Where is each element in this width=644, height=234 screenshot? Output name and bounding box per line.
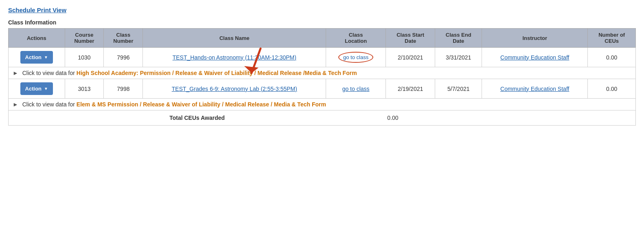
instructor-cell-1: Community Education Staff [482, 48, 588, 67]
notice-link-2[interactable]: Elem & MS Permission / Release & Waiver … [77, 101, 326, 108]
class-location-cell-1: go to class [326, 48, 386, 67]
col-header-class-location: ClassLocation [326, 29, 386, 48]
class-name-cell-2: TEST_Grades 6-9: Astronomy Lab (2:55-3:5… [143, 79, 326, 99]
action-button-1[interactable]: Action ▼ [20, 51, 53, 64]
class-end-cell-2: 5/7/2021 [435, 79, 482, 99]
table-row: Action ▼ 1030 7996 TEST_Hands-on Astrono… [9, 48, 636, 67]
notice-arrow-icon-1: ► [13, 70, 18, 76]
class-start-cell-1: 2/10/2021 [386, 48, 435, 67]
class-name-link-2[interactable]: TEST_Grades 6-9: Astronomy Lab (2:55-3:5… [172, 86, 297, 92]
class-end-cell-1: 3/31/2021 [435, 48, 482, 67]
col-header-instructor: Instructor [482, 29, 588, 48]
col-header-class-start: Class StartDate [386, 29, 435, 48]
notice-text-1: Click to view data for [22, 70, 77, 76]
class-information-table: Actions CourseNumber ClassNumber Class N… [8, 28, 636, 126]
table-row-2: Action ▼ 3013 7998 TEST_Grades 6-9: Astr… [9, 79, 636, 99]
action-dropdown-icon-1: ▼ [44, 55, 48, 60]
notice-text-2: Click to view data for [22, 101, 77, 108]
class-name-cell-1: TEST_Hands-on Astronomy (11:30AM-12:30PM… [143, 48, 326, 67]
ceus-cell-2: 0.00 [588, 79, 636, 99]
total-ceus-value: 0.00 [387, 115, 398, 121]
class-number-cell-2: 7998 [104, 79, 143, 99]
ceus-cell-1: 0.00 [588, 48, 636, 67]
class-number-cell-1: 7996 [104, 48, 143, 67]
notice-row-2: ► Click to view data for Elem & MS Permi… [9, 99, 636, 110]
go-to-class-link-2[interactable]: go to class [342, 86, 370, 92]
total-ceus-label: Total CEUs Awarded [169, 115, 225, 121]
action-button-1-label: Action [25, 54, 42, 60]
col-header-class-name: Class Name [143, 29, 326, 48]
notice-row-1: ► Click to view data for High School Aca… [9, 67, 636, 79]
col-header-class-number: ClassNumber [104, 29, 143, 48]
course-number-cell-2: 3013 [65, 79, 104, 99]
instructor-link-1[interactable]: Community Education Staff [500, 54, 569, 61]
action-cell-2: Action ▼ [9, 79, 65, 99]
go-to-class-link-1[interactable]: go to class [338, 52, 373, 63]
notice-link-1[interactable]: High School Academy: Permission / Releas… [77, 70, 357, 76]
class-location-cell-2: go to class [326, 79, 386, 99]
class-name-link-1[interactable]: TEST_Hands-on Astronomy (11:30AM-12:30PM… [173, 54, 296, 61]
col-header-course-number: CourseNumber [65, 29, 104, 48]
course-number-cell-1: 1030 [65, 48, 104, 67]
notice-cell-2: ► Click to view data for Elem & MS Permi… [9, 99, 636, 110]
col-header-ceus: Number ofCEUs [588, 29, 636, 48]
action-button-2-label: Action [25, 86, 42, 92]
action-button-2[interactable]: Action ▼ [20, 82, 53, 95]
total-row: Total CEUs Awarded 0.00 [9, 110, 636, 126]
schedule-print-view-link[interactable]: Schedule Print View [8, 7, 66, 13]
notice-cell-1: ► Click to view data for High School Aca… [9, 67, 636, 79]
instructor-link-2[interactable]: Community Education Staff [500, 86, 569, 92]
instructor-cell-2: Community Education Staff [482, 79, 588, 99]
col-header-class-end: Class EndDate [435, 29, 482, 48]
col-header-actions: Actions [9, 29, 65, 48]
class-start-cell-2: 2/19/2021 [386, 79, 435, 99]
action-dropdown-icon-2: ▼ [44, 86, 48, 91]
section-title: Class Information [8, 19, 636, 26]
action-cell-1: Action ▼ [9, 48, 65, 67]
notice-arrow-icon-2: ► [13, 101, 18, 108]
